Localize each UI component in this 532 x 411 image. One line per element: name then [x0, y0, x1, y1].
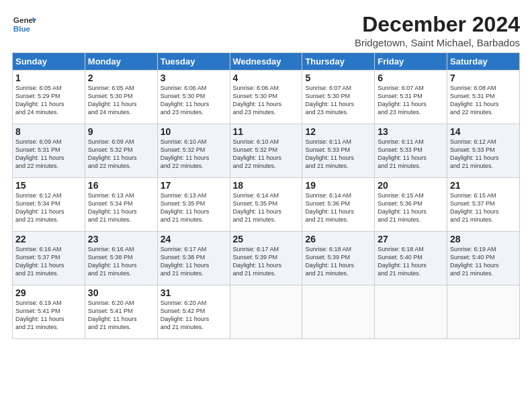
table-cell: 21Sunrise: 6:15 AM Sunset: 5:37 PM Dayli…	[447, 178, 520, 232]
table-cell	[302, 285, 375, 339]
table-cell: 26Sunrise: 6:18 AM Sunset: 5:39 PM Dayli…	[302, 232, 375, 285]
table-cell: 7Sunrise: 6:08 AM Sunset: 5:31 PM Daylig…	[447, 71, 520, 124]
header: General Blue General Blue December 2024 …	[12, 12, 520, 48]
day-info: Sunrise: 6:08 AM Sunset: 5:31 PM Dayligh…	[450, 84, 517, 117]
day-number: 12	[305, 126, 371, 137]
day-info: Sunrise: 6:18 AM Sunset: 5:39 PM Dayligh…	[305, 245, 371, 278]
logo: General Blue General Blue	[12, 12, 39, 36]
day-info: Sunrise: 6:12 AM Sunset: 5:33 PM Dayligh…	[450, 138, 517, 171]
day-number: 2	[88, 73, 154, 83]
table-cell: 9Sunrise: 6:09 AM Sunset: 5:32 PM Daylig…	[85, 124, 157, 178]
table-cell: 18Sunrise: 6:14 AM Sunset: 5:35 PM Dayli…	[230, 178, 302, 232]
table-cell: 27Sunrise: 6:18 AM Sunset: 5:40 PM Dayli…	[375, 232, 447, 285]
table-cell: 19Sunrise: 6:14 AM Sunset: 5:36 PM Dayli…	[302, 178, 375, 232]
day-number: 20	[378, 180, 444, 191]
table-cell: 11Sunrise: 6:10 AM Sunset: 5:32 PM Dayli…	[230, 124, 302, 178]
day-info: Sunrise: 6:05 AM Sunset: 5:29 PM Dayligh…	[15, 84, 82, 117]
day-info: Sunrise: 6:14 AM Sunset: 5:36 PM Dayligh…	[305, 191, 371, 224]
table-cell: 5Sunrise: 6:07 AM Sunset: 5:30 PM Daylig…	[302, 71, 375, 124]
day-info: Sunrise: 6:06 AM Sunset: 5:30 PM Dayligh…	[161, 84, 227, 117]
col-tuesday: Tuesday	[157, 53, 230, 71]
main-title: December 2024	[355, 12, 520, 37]
table-cell: 28Sunrise: 6:19 AM Sunset: 5:40 PM Dayli…	[447, 232, 520, 285]
day-number: 7	[450, 73, 517, 83]
table-cell: 13Sunrise: 6:11 AM Sunset: 5:33 PM Dayli…	[375, 124, 447, 178]
table-cell: 10Sunrise: 6:10 AM Sunset: 5:32 PM Dayli…	[157, 124, 230, 178]
table-cell: 24Sunrise: 6:17 AM Sunset: 5:38 PM Dayli…	[157, 232, 230, 285]
day-number: 26	[305, 234, 371, 244]
page: General Blue General Blue December 2024 …	[0, 0, 532, 411]
table-cell	[230, 285, 302, 339]
svg-text:Blue: Blue	[13, 24, 31, 33]
table-cell: 17Sunrise: 6:13 AM Sunset: 5:35 PM Dayli…	[157, 178, 230, 232]
day-number: 28	[450, 234, 517, 244]
day-number: 8	[15, 126, 82, 137]
col-monday: Monday	[85, 53, 157, 71]
col-wednesday: Wednesday	[230, 53, 302, 71]
day-number: 13	[378, 126, 444, 137]
day-info: Sunrise: 6:16 AM Sunset: 5:37 PM Dayligh…	[15, 245, 82, 278]
day-number: 5	[305, 73, 371, 83]
table-cell: 6Sunrise: 6:07 AM Sunset: 5:31 PM Daylig…	[375, 71, 447, 124]
day-number: 24	[161, 234, 227, 244]
day-info: Sunrise: 6:13 AM Sunset: 5:35 PM Dayligh…	[161, 191, 227, 224]
col-sunday: Sunday	[13, 53, 85, 71]
table-cell: 31Sunrise: 6:20 AM Sunset: 5:42 PM Dayli…	[157, 285, 230, 339]
day-number: 25	[233, 234, 300, 244]
day-info: Sunrise: 6:18 AM Sunset: 5:40 PM Dayligh…	[378, 245, 444, 278]
day-info: Sunrise: 6:15 AM Sunset: 5:37 PM Dayligh…	[450, 191, 517, 224]
calendar-row: 22Sunrise: 6:16 AM Sunset: 5:37 PM Dayli…	[13, 232, 520, 285]
table-cell: 4Sunrise: 6:06 AM Sunset: 5:30 PM Daylig…	[230, 71, 302, 124]
day-number: 4	[233, 73, 300, 83]
day-info: Sunrise: 6:19 AM Sunset: 5:41 PM Dayligh…	[15, 299, 82, 332]
day-info: Sunrise: 6:06 AM Sunset: 5:30 PM Dayligh…	[233, 84, 300, 117]
day-number: 16	[88, 180, 154, 191]
title-area: December 2024 Bridgetown, Saint Michael,…	[355, 12, 520, 48]
logo-icon: General Blue	[12, 12, 36, 36]
day-info: Sunrise: 6:10 AM Sunset: 5:32 PM Dayligh…	[161, 138, 227, 171]
day-number: 10	[161, 126, 227, 137]
table-cell: 1Sunrise: 6:05 AM Sunset: 5:29 PM Daylig…	[13, 71, 85, 124]
day-info: Sunrise: 6:17 AM Sunset: 5:38 PM Dayligh…	[161, 245, 227, 278]
table-cell	[447, 285, 520, 339]
day-info: Sunrise: 6:09 AM Sunset: 5:31 PM Dayligh…	[15, 138, 82, 171]
table-cell: 2Sunrise: 6:05 AM Sunset: 5:30 PM Daylig…	[85, 71, 157, 124]
day-number: 29	[15, 287, 82, 298]
day-info: Sunrise: 6:07 AM Sunset: 5:31 PM Dayligh…	[378, 84, 444, 117]
day-number: 21	[450, 180, 517, 191]
table-cell: 15Sunrise: 6:12 AM Sunset: 5:34 PM Dayli…	[13, 178, 85, 232]
table-cell: 25Sunrise: 6:17 AM Sunset: 5:39 PM Dayli…	[230, 232, 302, 285]
day-number: 6	[378, 73, 444, 83]
day-info: Sunrise: 6:10 AM Sunset: 5:32 PM Dayligh…	[233, 138, 300, 171]
calendar-row: 1Sunrise: 6:05 AM Sunset: 5:29 PM Daylig…	[13, 71, 520, 124]
day-number: 19	[305, 180, 371, 191]
day-number: 30	[88, 287, 154, 298]
calendar-row: 8Sunrise: 6:09 AM Sunset: 5:31 PM Daylig…	[13, 124, 520, 178]
table-cell: 30Sunrise: 6:20 AM Sunset: 5:41 PM Dayli…	[85, 285, 157, 339]
day-number: 27	[378, 234, 444, 244]
table-cell: 14Sunrise: 6:12 AM Sunset: 5:33 PM Dayli…	[447, 124, 520, 178]
day-info: Sunrise: 6:17 AM Sunset: 5:39 PM Dayligh…	[233, 245, 300, 278]
subtitle: Bridgetown, Saint Michael, Barbados	[355, 37, 520, 48]
day-number: 9	[88, 126, 154, 137]
day-info: Sunrise: 6:14 AM Sunset: 5:35 PM Dayligh…	[233, 191, 300, 224]
day-info: Sunrise: 6:11 AM Sunset: 5:33 PM Dayligh…	[305, 138, 371, 171]
day-number: 18	[233, 180, 300, 191]
col-saturday: Saturday	[447, 53, 520, 71]
day-info: Sunrise: 6:16 AM Sunset: 5:38 PM Dayligh…	[88, 245, 154, 278]
table-cell: 20Sunrise: 6:15 AM Sunset: 5:36 PM Dayli…	[375, 178, 447, 232]
day-info: Sunrise: 6:20 AM Sunset: 5:42 PM Dayligh…	[161, 299, 227, 332]
table-cell: 16Sunrise: 6:13 AM Sunset: 5:34 PM Dayli…	[85, 178, 157, 232]
day-info: Sunrise: 6:05 AM Sunset: 5:30 PM Dayligh…	[88, 84, 154, 117]
day-number: 17	[161, 180, 227, 191]
table-cell: 8Sunrise: 6:09 AM Sunset: 5:31 PM Daylig…	[13, 124, 85, 178]
table-cell	[375, 285, 447, 339]
calendar-table: Sunday Monday Tuesday Wednesday Thursday…	[12, 52, 520, 339]
day-info: Sunrise: 6:19 AM Sunset: 5:40 PM Dayligh…	[450, 245, 517, 278]
col-thursday: Thursday	[302, 53, 375, 71]
col-friday: Friday	[375, 53, 447, 71]
day-number: 15	[15, 180, 82, 191]
calendar-row: 15Sunrise: 6:12 AM Sunset: 5:34 PM Dayli…	[13, 178, 520, 232]
day-number: 31	[161, 287, 227, 298]
table-cell: 22Sunrise: 6:16 AM Sunset: 5:37 PM Dayli…	[13, 232, 85, 285]
